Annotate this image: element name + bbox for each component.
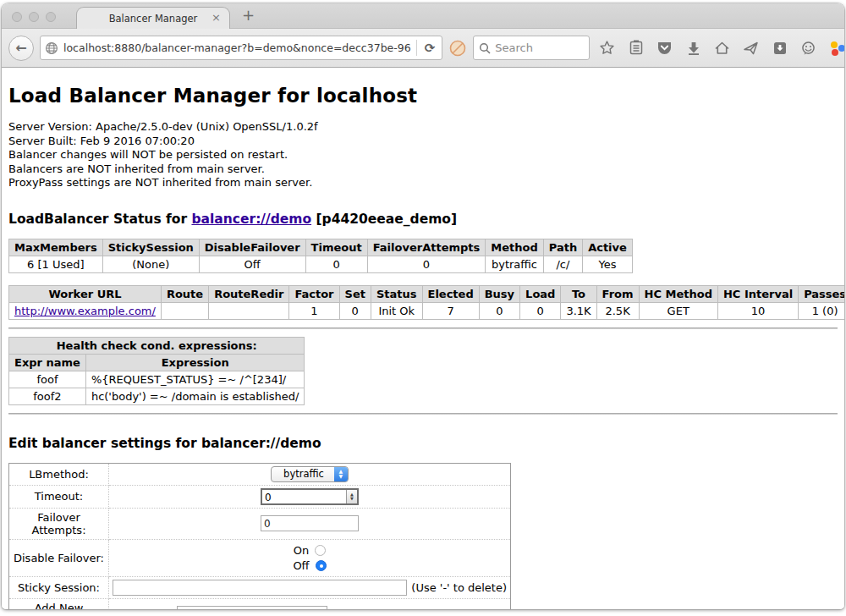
sticky-session-input[interactable] (113, 580, 407, 596)
bookmark-star-icon[interactable] (596, 36, 618, 61)
lbmethod-row: LBmethod: bytraffic ▲▼ (9, 463, 511, 485)
server-info: Server Version: Apache/2.5.0-dev (Unix) … (8, 120, 838, 190)
page-content: Load Balancer Manager for localhost Serv… (2, 68, 844, 609)
server-version-line: Server Version: Apache/2.5.0-dev (Unix) … (8, 120, 838, 135)
lbmethod-select[interactable]: bytraffic ▲▼ (271, 466, 349, 482)
balancer-status-table: MaxMembers StickySession DisableFailover… (8, 239, 633, 273)
radio-off-label: Off (293, 559, 309, 572)
failover-attempts-row: Failover Attempts: (9, 508, 511, 539)
urlbar-divider (416, 40, 417, 56)
window-zoom-button[interactable] (46, 12, 56, 22)
window-minimize-button[interactable] (29, 12, 39, 22)
health-table-title: Health check cond. expressions: (9, 337, 305, 354)
worker-url-link[interactable]: http://www.example.com/ (14, 305, 156, 317)
col-factor: Factor (289, 285, 339, 302)
cell-active: Yes (583, 256, 633, 272)
url-bar[interactable]: localhost:8880/balancer-manager?b=demo&n… (40, 36, 442, 60)
navigation-toolbar: ← localhost:8880/balancer-manager?b=demo… (2, 28, 844, 68)
cell-hc-interval: 10 (717, 302, 798, 319)
disable-failover-off-radio[interactable] (316, 560, 327, 571)
server-built-line: Server Built: Feb 9 2016 07:00:20 (8, 135, 838, 149)
col-hc-interval: HC Interval (717, 285, 798, 302)
send-plane-icon[interactable] (739, 36, 762, 61)
colored-dots-icon[interactable] (826, 36, 844, 61)
cell-worker-url: http://www.example.com/ (9, 302, 162, 319)
add-worker-input[interactable] (177, 606, 327, 609)
col-worker-url: Worker URL (9, 285, 162, 302)
home-icon[interactable] (711, 36, 733, 61)
url-text: localhost:8880/balancer-manager?b=demo&n… (63, 41, 411, 54)
search-icon (479, 42, 491, 54)
cell-factor: 1 (289, 302, 339, 319)
edit-settings-heading: Edit balancer settings for balancer://de… (8, 436, 838, 451)
worker-header-row: Worker URL Route RouteRedir Factor Set S… (9, 285, 845, 302)
section-divider (8, 327, 838, 329)
window-close-button[interactable] (12, 12, 22, 22)
tab-title: Balancer Manager (109, 13, 198, 25)
sticky-session-hint: (Use '-' to delete) (411, 581, 507, 594)
cell-hc-method: GET (639, 302, 717, 319)
are-you-sure-label: Are you sure? (351, 608, 426, 609)
cell-timeout: 0 (305, 256, 367, 272)
col-hc-method: HC Method (639, 285, 717, 302)
cell-from: 2.5K (596, 302, 639, 319)
search-bar[interactable] (473, 36, 590, 60)
globe-icon (45, 41, 58, 55)
col-routeredir: RouteRedir (209, 285, 289, 302)
block-icon[interactable] (448, 39, 467, 58)
cell-elected: 7 (422, 302, 479, 319)
cell-status: Init Ok (371, 302, 422, 319)
tab-balancer-manager[interactable]: Balancer Manager × (76, 7, 230, 29)
health-row-foof: foof %{REQUEST_STATUS} =~ /^[234]/ (9, 371, 305, 388)
col-maxmembers: MaxMembers (9, 239, 103, 256)
cell-maxmembers: 6 [1 Used] (9, 256, 103, 272)
timeout-input[interactable]: 0 ▲▼ (261, 488, 359, 505)
timeout-label: Timeout: (9, 485, 109, 508)
edit-balancer-form: LBmethod: bytraffic ▲▼ Timeout: 0 ▲▼ (8, 463, 511, 609)
select-stepper-icon: ▲▼ (334, 466, 348, 482)
col-active: Active (583, 239, 633, 256)
search-input[interactable] (495, 41, 584, 54)
worker-data-row: http://www.example.com/ 1 0 Init Ok 7 0 … (9, 302, 845, 319)
col-disablefailover: DisableFailover (199, 239, 305, 256)
timeout-value: 0 (262, 490, 346, 503)
sticky-session-row: Sticky Session: (Use '-' to delete) (9, 576, 511, 598)
col-busy: Busy (479, 285, 519, 302)
reading-list-icon[interactable] (624, 36, 647, 61)
timeout-row: Timeout: 0 ▲▼ (9, 485, 511, 508)
number-spinner-icon[interactable]: ▲▼ (346, 490, 357, 503)
health-row-foof2: foof2 hc('body') =~ /domain is establish… (9, 388, 305, 404)
section-divider (8, 413, 838, 415)
reload-icon[interactable]: ⟳ (422, 41, 438, 56)
failover-attempts-input[interactable] (261, 515, 359, 531)
worker-table: Worker URL Route RouteRedir Factor Set S… (8, 285, 844, 320)
col-expression: Expression (85, 354, 305, 371)
add-worker-row: Add New Worker: Are you sure? (9, 598, 511, 609)
smiley-icon[interactable] (797, 36, 820, 61)
col-expr-name: Expr name (9, 354, 86, 371)
loadbalancer-status-heading: LoadBalancer Status for balancer://demo … (8, 212, 838, 227)
balancer-demo-link[interactable]: balancer://demo (191, 212, 311, 227)
screenshot-root: Balancer Manager × + ← localhost:8880/ba… (0, 0, 846, 616)
new-tab-button[interactable]: + (242, 6, 255, 24)
col-elected: Elected (422, 285, 479, 302)
tab-bar: Balancer Manager × + (2, 3, 844, 28)
page-title: Load Balancer Manager for localhost (8, 85, 838, 107)
cell-expression: hc('body') =~ /domain is established/ (85, 388, 305, 404)
tab-close-icon[interactable]: × (212, 11, 221, 24)
pocket-icon[interactable] (653, 36, 676, 61)
disable-failover-on-radio[interactable] (315, 545, 326, 556)
back-button[interactable]: ← (8, 36, 34, 61)
status-heading-prefix: LoadBalancer Status for (8, 212, 191, 227)
cell-busy: 0 (479, 302, 519, 319)
disable-failover-row: Disable Failover: On Off (9, 539, 511, 576)
inherit-note-line: Balancers are NOT inherited from main se… (8, 162, 838, 177)
download-icon[interactable] (682, 36, 705, 61)
health-check-table: Health check cond. expressions: Expr nam… (8, 337, 305, 405)
cell-path: /c/ (543, 256, 582, 272)
extension-download-icon[interactable] (768, 36, 791, 61)
balancer-header-row: MaxMembers StickySession DisableFailover… (9, 239, 633, 256)
cell-to: 3.1K (561, 302, 596, 319)
cell-passes: 1 (0) (799, 302, 844, 319)
lbmethod-selected-value: bytraffic (283, 468, 324, 480)
